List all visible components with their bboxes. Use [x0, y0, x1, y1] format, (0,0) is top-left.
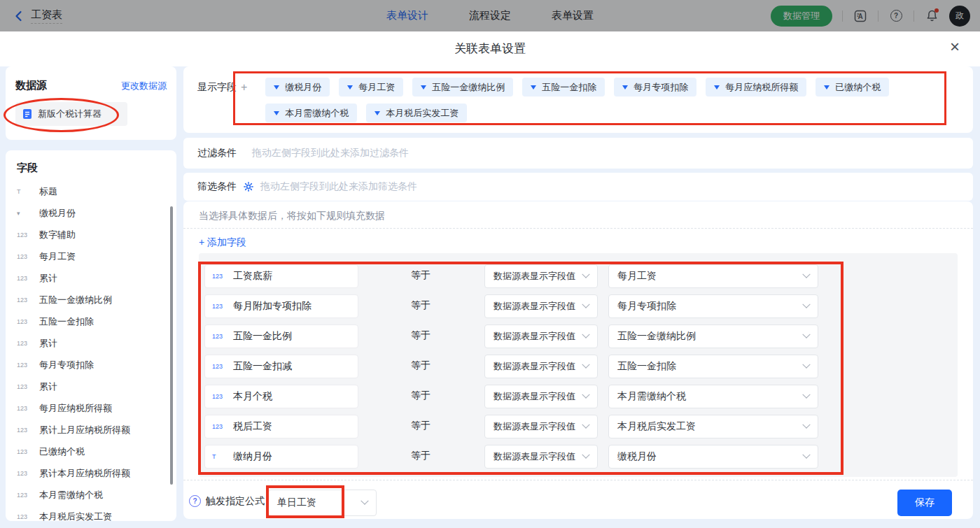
field-type-icon: 123 — [212, 393, 226, 400]
display-field-chip[interactable]: 已缴纳个税 — [816, 78, 889, 97]
change-datasource-link[interactable]: 更改数据源 — [121, 80, 167, 92]
trigger-formula-label: 触发指定公式 — [206, 495, 265, 508]
display-field-tags: 缴税月份 每月工资 五险一金缴纳比例 — [265, 78, 889, 122]
field-list-item[interactable]: 123 已缴纳个税 — [17, 441, 176, 462]
field-list-item[interactable]: 123 数字辅助 — [17, 224, 176, 245]
field-list-item[interactable]: 123 五险一金扣除 — [17, 311, 176, 332]
chevron-down-icon — [374, 111, 380, 115]
field-list-item[interactable]: 123 累计本月应纳税所得额 — [17, 462, 176, 484]
chevron-down-icon — [802, 331, 810, 338]
modal-dim-overlay — [0, 0, 980, 31]
save-button[interactable]: 保存 — [897, 490, 952, 516]
rule-source-field-select[interactable]: 本月需缴纳个税 — [608, 385, 818, 408]
formula-help-icon[interactable]: ? — [189, 495, 201, 507]
field-type-icon: ▾ — [17, 210, 34, 217]
field-list: T 标题 ▾ 缴税月份 123 数字辅助 123 — [17, 180, 176, 527]
rule-source-field-select[interactable]: 本月税后实发工资 — [608, 415, 818, 438]
field-list-item[interactable]: 123 每月专项扣除 — [17, 354, 176, 376]
field-type-icon: T — [17, 188, 34, 195]
display-field-chip[interactable]: 每月专项扣除 — [614, 78, 696, 97]
field-type-icon: 123 — [17, 275, 34, 282]
divider — [183, 228, 973, 229]
chevron-down-icon — [802, 391, 810, 399]
rule-source-type-select[interactable]: 数据源表显示字段值 — [484, 385, 598, 408]
chevron-down-icon — [802, 421, 810, 429]
chevron-down-icon — [582, 301, 589, 308]
field-list-item[interactable]: 123 每月工资 — [17, 245, 176, 267]
field-list-item[interactable]: 123 累计 — [17, 332, 176, 354]
chevron-down-icon — [824, 85, 830, 90]
field-type-icon: 123 — [212, 423, 226, 430]
field-list-item[interactable]: T 标题 — [17, 180, 176, 202]
rule-source-field-select[interactable]: 五险一金缴纳比例 — [608, 324, 818, 348]
screen-condition-label: 筛选条件 — [197, 180, 237, 193]
rule-source-type-select[interactable]: 数据源表显示字段值 — [484, 294, 598, 318]
field-type-icon: 123 — [212, 273, 226, 280]
display-field-chip[interactable]: 每月应纳税所得额 — [706, 78, 806, 97]
linked-form-settings-modal: 关联表单设置 × 数据源 更改数据源 新版个税计算器 字段 — [0, 31, 980, 528]
datasource-panel: 数据源 更改数据源 新版个税计算器 — [6, 66, 176, 140]
rule-operator: 等于 — [411, 450, 430, 462]
add-display-field-button[interactable]: + — [241, 81, 247, 94]
rule-source-type-select[interactable]: 数据源表显示字段值 — [484, 324, 598, 348]
trigger-formula-select[interactable]: 单日工资 — [268, 490, 377, 516]
rule-source-type-select[interactable]: 数据源表显示字段值 — [484, 445, 598, 469]
rule-source-field-select[interactable]: 每月工资 — [608, 264, 818, 288]
filter-condition-dropzone[interactable]: 拖动左侧字段到此处来添加过滤条件 — [252, 147, 409, 159]
rule-source-field-select[interactable]: 每月专项扣除 — [608, 294, 818, 318]
display-field-chip[interactable]: 每月工资 — [339, 78, 403, 97]
display-fields-label: 显示字段 — [197, 81, 237, 94]
datasource-item[interactable]: 新版个税计算器 — [15, 102, 127, 126]
rule-target-field[interactable]: 123 本月个税 — [204, 385, 358, 408]
field-list-item[interactable]: ▾ 缴税月份 — [17, 202, 176, 224]
display-field-chip[interactable]: 缴税月份 — [265, 78, 330, 97]
rule-source-type-select[interactable]: 数据源表显示字段值 — [484, 264, 598, 288]
rule-source-field-select[interactable]: 五险一金扣除 — [608, 355, 818, 378]
screen-condition-dropzone[interactable]: 拖动左侧字段到此处来添加筛选条件 — [260, 180, 417, 193]
field-list-item[interactable]: 123 五险一金缴纳比例 — [17, 289, 176, 311]
field-type-icon: 123 — [212, 363, 226, 370]
display-field-chip[interactable]: 五险一金扣除 — [522, 78, 605, 97]
field-list-item[interactable]: 123 本月需缴纳个税 — [17, 484, 176, 506]
rule-target-field[interactable]: 123 五险一金扣减 — [204, 355, 358, 378]
field-list-item[interactable]: 123 本月税后实发工资 — [17, 506, 176, 527]
close-icon[interactable]: × — [945, 37, 965, 57]
screen-condition-section: 筛选条件 拖动左侧字段到此处来添加筛选条件 — [183, 173, 973, 201]
display-field-chip[interactable]: 本月需缴纳个税 — [265, 104, 357, 122]
rule-target-field[interactable]: 123 税后工资 — [204, 415, 358, 438]
rule-row: 123 每月附加专项扣除 等于 数据源表显示字段值 每月专项扣除 — [199, 294, 958, 318]
rule-operator: 等于 — [411, 359, 430, 372]
scrollbar-thumb[interactable] — [170, 206, 173, 485]
chevron-down-icon — [582, 271, 589, 278]
rule-row: 123 五险一金扣减 等于 数据源表显示字段值 五险一金扣除 — [199, 355, 958, 378]
add-field-button[interactable]: + 添加字段 — [199, 236, 246, 249]
rule-row: 123 税后工资 等于 数据源表显示字段值 本月税后实发工资 — [199, 415, 958, 438]
field-type-icon: T — [212, 453, 226, 460]
field-list-item[interactable]: 123 累计 — [17, 376, 176, 397]
chevron-down-icon — [582, 331, 589, 338]
field-list-item[interactable]: 123 累计上月应纳税所得额 — [17, 419, 176, 441]
chevron-down-icon — [582, 391, 589, 399]
rule-source-type-select[interactable]: 数据源表显示字段值 — [484, 415, 598, 438]
field-list-item[interactable]: 123 每月应纳税所得额 — [17, 397, 176, 419]
chevron-down-icon — [802, 361, 810, 369]
rule-target-field[interactable]: T 缴纳月份 — [204, 445, 358, 469]
rule-target-field[interactable]: 123 每月附加专项扣除 — [204, 294, 358, 318]
form-document-icon — [22, 108, 32, 120]
field-type-icon: 123 — [212, 333, 226, 340]
field-type-icon: 123 — [17, 427, 34, 434]
rule-source-field-select[interactable]: 缴税月份 — [608, 445, 818, 469]
field-type-icon: 123 — [17, 405, 34, 412]
rule-target-field[interactable]: 123 工资底薪 — [204, 264, 358, 288]
rule-target-field[interactable]: 123 五险一金比例 — [204, 324, 358, 348]
rule-source-type-select[interactable]: 数据源表显示字段值 — [484, 355, 598, 378]
chevron-down-icon — [802, 451, 810, 459]
chevron-down-icon — [274, 111, 279, 115]
field-list-item[interactable]: 123 累计 — [17, 267, 176, 289]
display-field-chip[interactable]: 本月税后实发工资 — [366, 104, 467, 122]
field-type-icon: 123 — [17, 470, 34, 477]
modal-header: 关联表单设置 × — [0, 31, 980, 66]
gear-icon[interactable] — [244, 182, 253, 192]
chevron-down-icon — [582, 361, 589, 369]
display-field-chip[interactable]: 五险一金缴纳比例 — [412, 78, 513, 97]
